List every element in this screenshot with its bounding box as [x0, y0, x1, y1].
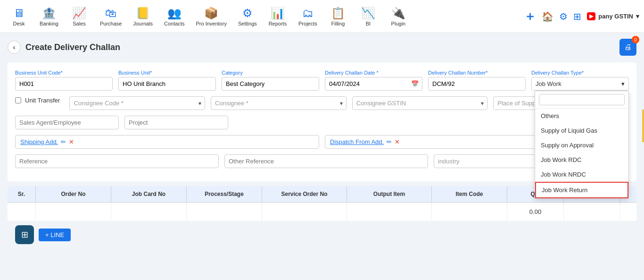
nav-journals[interactable]: 📒 Journals — [128, 4, 157, 29]
dispatch-delete-icon[interactable]: ✕ — [395, 138, 400, 145]
bottom-toolbar: ⊞ + LINE — [8, 221, 636, 248]
td-output-item — [347, 203, 432, 221]
consignee-code-select[interactable]: Consignee Code * — [69, 96, 205, 110]
dropdown-item-supply-on-approval[interactable]: Supply on Approval — [535, 138, 628, 153]
nav-plugin[interactable]: 🔌 Plugin — [384, 4, 413, 29]
td-item-code — [432, 203, 507, 221]
shipping-delete-icon[interactable]: ✕ — [69, 138, 74, 145]
delivery-challan-type-value: Job Work — [536, 80, 561, 87]
home-icon-button[interactable]: 🏠 — [542, 11, 553, 22]
settings-icon: ⚙ — [242, 7, 253, 20]
nav-desk[interactable]: 🖥 Desk — [5, 4, 33, 29]
dropdown-search-input[interactable] — [539, 94, 625, 105]
projects-icon: 🗂 — [302, 7, 314, 20]
form-row-1: Business Unit Code* Business Unit* Categ… — [15, 70, 629, 91]
page-header: ‹ Create Delivery Challan 🖨 0 — [8, 39, 636, 56]
nav-filling-label: Filling — [331, 21, 345, 26]
delivery-challan-type-selector[interactable]: Job Work ▾ — [531, 77, 629, 91]
nav-contacts[interactable]: 👥 Contacts — [159, 4, 189, 29]
contacts-icon: 👥 — [167, 7, 182, 20]
back-button[interactable]: ‹ — [8, 41, 21, 54]
project-input[interactable] — [124, 116, 228, 129]
category-label: Category — [222, 70, 319, 76]
th-sr: Sr. — [8, 186, 36, 202]
calendar-icon[interactable]: 📅 — [411, 80, 419, 87]
consignee-field: Consignee * ▾ — [211, 96, 347, 110]
dispatch-from-address-link[interactable]: Dispatch From Add. — [330, 138, 384, 145]
unit-transfer-checkbox[interactable] — [15, 97, 21, 103]
delivery-challan-type-label: Delivery Challan Type* — [531, 70, 629, 76]
th-process-stage: Process/Stage — [187, 186, 262, 202]
sales-agent-input[interactable] — [15, 116, 119, 129]
td-service-order-no — [262, 203, 347, 221]
dropdown-item-job-work-nrdc[interactable]: Job Work NRDC — [535, 167, 628, 182]
unit-transfer-label[interactable]: Unit Transfer — [25, 97, 60, 104]
nav-banking-label: Banking — [40, 21, 58, 26]
nav-sales[interactable]: 📈 Sales — [65, 4, 93, 29]
floating-grid-icon[interactable]: ⊞ — [15, 225, 34, 244]
add-new-button[interactable]: ＋ — [524, 8, 536, 25]
delivery-challan-number-label: Delivery Challan Number* — [428, 70, 526, 76]
nav-settings-label: Settings — [238, 21, 257, 26]
notification-badge: 0 — [632, 36, 639, 43]
add-line-button[interactable]: + LINE — [39, 229, 71, 241]
business-unit-field: Business Unit* — [118, 70, 216, 91]
business-unit-label: Business Unit* — [118, 70, 216, 76]
td-process-stage — [187, 203, 262, 221]
nav-plugin-label: Plugin — [391, 21, 406, 26]
consignee-select[interactable]: Consignee * — [211, 96, 347, 110]
options-tab[interactable]: OPTIONS — [642, 110, 644, 142]
nav-desk-label: Desk — [13, 21, 25, 26]
plugin-icon: 🔌 — [391, 7, 405, 20]
unit-transfer-checkbox-row: Unit Transfer — [15, 97, 60, 104]
business-unit-code-label: Business Unit Code* — [15, 70, 113, 76]
nav-bi-label: BI — [366, 21, 371, 26]
top-navigation: 🖥 Desk 🏦 Banking 📈 Sales 🛍 Purchase 📒 Jo… — [0, 0, 644, 33]
th-job-card-no: Job Card No — [111, 186, 187, 202]
grid-icon-button[interactable]: ⊞ — [573, 11, 581, 22]
nav-contacts-label: Contacts — [164, 21, 184, 26]
nav-sales-label: Sales — [73, 21, 86, 26]
nav-banking[interactable]: 🏦 Banking — [35, 4, 63, 29]
dropdown-item-job-work-return[interactable]: Job Work Return — [535, 182, 628, 198]
gear-icon-button[interactable]: ⚙ — [559, 11, 568, 22]
dropdown-arrow-icon: ▾ — [621, 80, 625, 87]
shipping-edit-icon[interactable]: ✏ — [61, 138, 66, 145]
shipping-address-box: Shipping Add. ✏ ✕ — [15, 135, 319, 149]
business-unit-code-input[interactable] — [15, 77, 113, 91]
dispatch-edit-icon[interactable]: ✏ — [387, 138, 392, 145]
nav-filling[interactable]: 📋 Filling — [324, 4, 352, 29]
nav-inventory-label: Pro Inventory — [196, 21, 226, 26]
print-button[interactable]: 🖨 0 — [619, 39, 636, 56]
delivery-challan-date-input[interactable] — [325, 77, 422, 91]
print-icon: 🖨 — [624, 43, 632, 51]
company-selector[interactable]: ▶ pany GSTIN ▾ — [587, 12, 639, 20]
nav-bi[interactable]: 📉 BI — [354, 4, 382, 29]
nav-projects-label: Projects — [298, 21, 317, 26]
consignee-gstin-select[interactable]: Consignee GSTIN — [352, 96, 488, 110]
nav-reports[interactable]: 📊 Reports — [264, 4, 292, 29]
reference-input[interactable] — [15, 154, 219, 168]
th-service-order-no: Service Order No — [262, 186, 347, 202]
delivery-challan-date-label: Delivery Challan Date * — [325, 70, 422, 76]
td-qty: 0.00 — [507, 203, 564, 221]
consignee-code-field: Consignee Code * ▾ — [69, 96, 205, 110]
th-order-no: Order No — [36, 186, 111, 202]
category-input[interactable] — [222, 77, 319, 91]
sales-icon: 📈 — [72, 7, 86, 20]
dropdown-item-others[interactable]: Others — [535, 109, 628, 123]
nav-pro-inventory[interactable]: 📦 Pro Inventory — [191, 4, 231, 29]
dropdown-item-supply-liquid-gas[interactable]: Supply of Liquid Gas — [535, 123, 628, 138]
inventory-icon: 📦 — [204, 7, 218, 20]
nav-settings[interactable]: ⚙ Settings — [233, 4, 262, 29]
desk-icon: 🖥 — [13, 7, 25, 20]
nav-projects[interactable]: 🗂 Projects — [294, 4, 322, 29]
nav-items: 🖥 Desk 🏦 Banking 📈 Sales 🛍 Purchase 📒 Jo… — [5, 4, 524, 29]
dropdown-item-job-work-rdc[interactable]: Job Work RDC — [535, 153, 628, 167]
other-reference-input[interactable] — [224, 154, 428, 168]
shipping-address-link[interactable]: Shipping Add. — [20, 138, 58, 145]
delivery-challan-number-input[interactable] — [428, 77, 526, 91]
business-unit-input[interactable] — [118, 77, 216, 91]
page-title: Create Delivery Challan — [25, 42, 120, 52]
nav-purchase[interactable]: 🛍 Purchase — [95, 4, 126, 29]
